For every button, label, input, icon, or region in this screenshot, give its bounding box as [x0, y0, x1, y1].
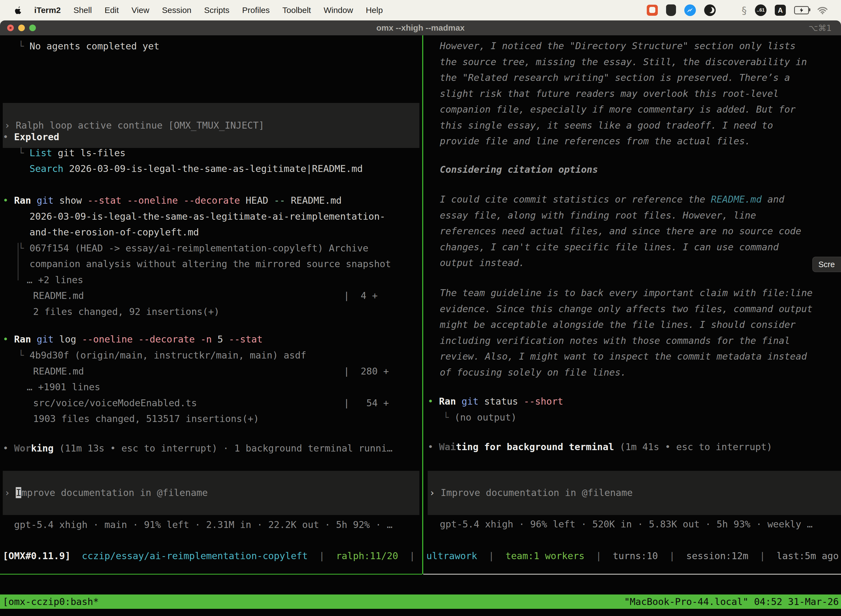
window-title-bar[interactable]: omx --xhigh --madmax ⌥⌘1	[0, 21, 841, 35]
git-log-more-lines: … +1901 lines	[27, 379, 100, 395]
thinking-heading: Considering citation options	[440, 162, 598, 177]
thinking-p2-l1: I could cite commit statistics or refere…	[440, 192, 784, 207]
thinking-p2-l5: output instead.	[440, 255, 525, 271]
apple-menu[interactable]	[15, 6, 22, 14]
crescent-circle-icon[interactable]	[704, 4, 716, 16]
thinking-p1-l5: companion file, especially if more comme…	[440, 101, 796, 117]
wifi-icon[interactable]	[817, 6, 828, 14]
git-log-stat-voice: src/voice/voiceModeEnabled.ts | 54 +	[33, 395, 389, 411]
left-pane-bottom-border	[0, 574, 422, 575]
thinking-p1-l7: provide file and line references from th…	[440, 133, 750, 149]
menu-item-toolbelt[interactable]: Toolbelt	[283, 6, 311, 15]
screen-share-overlay[interactable]: Scre	[812, 257, 841, 272]
thinking-p3-l3: might be acceptable alongside the file l…	[440, 317, 796, 333]
explored-header: • Explored	[3, 129, 59, 145]
battery-icon[interactable]	[794, 6, 809, 14]
git-show-commit-line2: companion analysis without altering the …	[29, 256, 391, 272]
git-status-no-output: └ (no output)	[443, 409, 517, 425]
tmux-status-bar: [omx-cczip0:bash* "MacBook-Pro-44.local"…	[0, 594, 841, 609]
right-prompt-input[interactable]: › Improve documentation in @filename	[428, 471, 841, 515]
tmux-host-clock: "MacBook-Pro-44.local" 04:52 31-Mar-26	[624, 596, 839, 607]
git-log-summary: 1903 files changed, 513517 insertions(+)	[33, 411, 259, 427]
git-show-more-lines: … +2 lines	[27, 272, 84, 288]
shield-grid-icon[interactable]	[666, 4, 676, 16]
explored-search-line: Search 2026-03-09-is-legal-the-same-as-l…	[29, 161, 363, 177]
git-log-commit-line: └ 4b9d30f (origin/main, instructkr/main,…	[18, 348, 306, 363]
window-title: omx --xhigh --madmax	[0, 23, 841, 32]
menu-item-shell[interactable]: Shell	[73, 6, 92, 15]
git-show-filename-line2: and-the-erosion-of-copyleft.md	[29, 224, 199, 240]
count-badge-icon[interactable]: ..61	[755, 4, 766, 16]
thinking-p1-l6: this single essay, it seems like a good …	[440, 117, 773, 133]
menu-item-scripts[interactable]: Scripts	[204, 6, 230, 15]
thinking-p3-l1: The team guideline is to back every impo…	[440, 285, 813, 301]
thinking-p3-l4: including verification notes with those …	[440, 333, 790, 349]
squiggle-icon[interactable]: §	[742, 5, 747, 16]
apple-icon	[15, 6, 22, 14]
git-show-summary: 2 files changed, 92 insertions(+)	[33, 304, 220, 320]
thinking-p1-l1: However, I noticed the "Directory Struct…	[440, 38, 796, 54]
screen-share-label: Scre	[818, 260, 835, 269]
git-log-stat-readme: README.md | 280 +	[33, 364, 389, 379]
thinking-p3-l5: review. Also, I might want to inspect th…	[440, 349, 807, 364]
waiting-status-line: • Waiting for background terminal (1m 41…	[428, 439, 772, 455]
menu-item-app[interactable]: iTerm2	[34, 6, 61, 15]
omx-status-bar: [OMX#0.11.9] cczip/essay/ai-reimplementa…	[3, 548, 839, 564]
menu-item-window[interactable]: Window	[324, 6, 353, 15]
ran-git-show-line: • Ran git show --stat --oneline --decora…	[3, 193, 341, 208]
menu-item-help[interactable]: Help	[366, 6, 383, 15]
messenger-icon[interactable]	[684, 4, 696, 16]
left-session-status: gpt-5.4 xhigh · main · 91% left · 2.31M …	[14, 517, 393, 532]
git-show-filename-line1: 2026-03-09-is-legal-the-same-as-legitima…	[29, 209, 385, 224]
tmux-pane-divider	[422, 35, 423, 574]
git-show-stat-readme: README.md | 4 +	[33, 288, 378, 304]
left-prompt-input[interactable]: › Improve documentation in @filename	[3, 471, 419, 515]
left-prompt-text: › Improve documentation in @filename	[4, 485, 208, 501]
agents-status-line: └ No agents completed yet	[18, 38, 160, 54]
right-session-status: gpt-5.4 xhigh · 96% left · 520K in · 5.8…	[440, 516, 813, 532]
dots-grid-icon[interactable]	[724, 6, 733, 15]
thinking-p3-l6: of focusing solely on file lines.	[440, 365, 626, 380]
ran-git-log-line: • Ran git log --oneline --decorate -n 5 …	[3, 331, 263, 347]
menu-item-view[interactable]: View	[132, 6, 149, 15]
right-pane-bottom-border	[423, 574, 841, 575]
menu-item-session[interactable]: Session	[162, 6, 192, 15]
screen: iTerm2 Shell Edit View Session Scripts P…	[0, 0, 841, 616]
working-status-line: • Working (11m 13s • esc to interrupt) ·…	[3, 440, 393, 456]
thinking-p2-l3: references need actual files, and since …	[440, 223, 801, 239]
thinking-p2-l2: essay file, along with finding root file…	[440, 208, 756, 223]
ralph-loop-banner: › Ralph loop active continue [OMX_TMUX_I…	[3, 103, 419, 148]
tmux-session-window[interactable]: [omx-cczip0:bash*	[3, 596, 99, 607]
right-prompt-text: › Improve documentation in @filename	[429, 485, 633, 501]
menu-item-edit[interactable]: Edit	[105, 6, 119, 15]
thinking-p1-l3: the "Related research writing" section i…	[440, 70, 790, 85]
thinking-p1-l2: the source tree, missing the essay. Stil…	[440, 54, 807, 70]
thinking-p2-l4: changes, I can't cite specific file line…	[440, 239, 779, 255]
window-shortcut-badge: ⌥⌘1	[809, 23, 832, 33]
menu-bar-status-icons: § ..61 A	[647, 4, 828, 16]
git-show-commit-line1: └ 067f154 (HEAD -> essay/ai-reimplementa…	[18, 241, 368, 256]
thinking-p3-l2: evidence. Since this change only affects…	[440, 301, 813, 317]
explored-list-line: └ List git ls-files	[18, 145, 126, 161]
terminal-content: └ No agents completed yet › Ralph loop a…	[0, 35, 841, 616]
thinking-p1-l4: slight risk that future readers may over…	[440, 86, 779, 101]
chat-bubble-icon[interactable]	[647, 5, 658, 16]
letter-a-icon[interactable]: A	[775, 5, 786, 16]
menu-bar: iTerm2 Shell Edit View Session Scripts P…	[0, 0, 841, 21]
ran-git-status-line: • Ran git status --short	[428, 393, 563, 409]
menu-item-profiles[interactable]: Profiles	[242, 6, 270, 15]
